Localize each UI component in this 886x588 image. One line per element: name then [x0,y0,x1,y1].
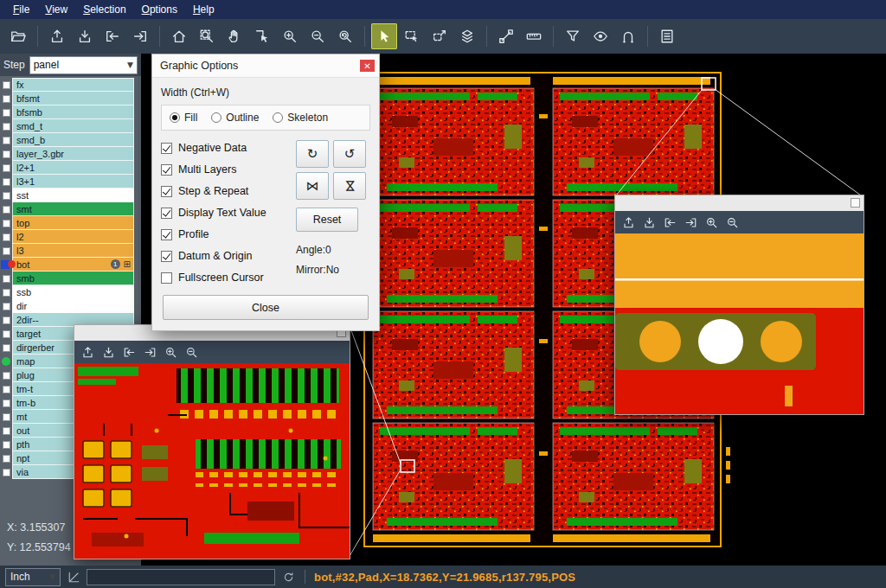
menu-file[interactable]: File [5,1,37,18]
layer-row-l2+1[interactable]: l2+1 [0,161,134,175]
layer-row-top[interactable]: top [0,216,134,230]
layer-visibility-checkbox[interactable] [0,465,12,479]
layer-visibility-checkbox[interactable] [0,105,12,119]
open-folder-button[interactable] [5,23,31,49]
command-input[interactable] [87,569,275,585]
layer-name-cell[interactable]: layer_3.gbr [12,147,134,161]
checkbox-datum-origin[interactable]: Datum & Origin [161,250,289,262]
layer-visibility-checkbox[interactable] [0,216,12,230]
loop-button[interactable] [615,23,641,49]
dialog-close-icon[interactable]: ✕ [360,60,375,72]
tray-right-button[interactable] [681,213,700,232]
tray-left-button[interactable] [100,23,125,49]
layer-visibility-checkbox[interactable] [0,119,12,133]
graphic-options-dialog[interactable]: Graphic Options ✕ Width (Ctrl+W) FillOut… [151,54,380,331]
menu-help[interactable]: Help [185,1,222,18]
tray-down-button[interactable] [72,23,98,49]
pointer-button[interactable] [371,23,397,49]
layer-name-cell[interactable]: smd_b [12,133,134,147]
shape-cursor-button[interactable] [249,23,275,49]
layer-visibility-checkbox[interactable] [0,424,12,438]
layer-name-cell[interactable]: fx [12,78,134,92]
layer-row-bot[interactable]: bot1⊞ [0,258,134,272]
layer-visibility-checkbox[interactable] [0,272,12,285]
dialog-title-bar[interactable]: Graphic Options ✕ [152,54,379,78]
layer-row-bfsmt[interactable]: bfsmt [0,92,134,105]
layer-row-l3+1[interactable]: l3+1 [0,175,134,189]
unit-combobox[interactable]: Inch ▼ [5,568,61,586]
layer-visibility-checkbox[interactable] [0,285,12,299]
layer-row-smt[interactable]: smt [0,202,134,216]
layer-name-cell[interactable]: l2+1 [12,161,134,175]
layer-name-cell[interactable]: bfsmb [12,105,134,119]
current-layer-indicator[interactable] [0,258,12,272]
layer-name-cell[interactable]: smd_t [12,119,134,133]
zoom-out-button[interactable] [305,23,331,49]
radio-skeleton[interactable]: Skeleton [273,112,328,124]
tray-down-button[interactable] [99,342,118,361]
layer-row-layer_3.gbr[interactable]: layer_3.gbr [0,147,134,161]
zoom-in-button[interactable] [702,213,721,232]
zoom-reset-button[interactable] [332,23,358,49]
ruler-button[interactable] [521,23,547,49]
transform-button[interactable] [427,23,453,49]
zoom-out-button[interactable] [182,342,201,361]
step-combobox[interactable]: panel ▼ [29,56,138,74]
layer-visibility-checkbox[interactable] [0,327,12,341]
zoom-in-button[interactable] [277,23,303,49]
layer-visibility-checkbox[interactable] [0,175,12,189]
eye-button[interactable] [587,23,613,49]
measure-button[interactable] [493,23,519,49]
layer-visibility-checkbox[interactable] [0,438,12,451]
layer-row-sst[interactable]: sst [0,189,134,202]
report-button[interactable] [654,23,680,49]
layer-visibility-checkbox[interactable] [0,189,12,202]
layer-row-smd_t[interactable]: smd_t [0,119,134,133]
checkbox-step-repeat[interactable]: Step & Repeat [161,185,289,197]
layer-row-ssb[interactable]: ssb [0,285,134,299]
checkbox-profile[interactable]: Profile [161,228,289,240]
layer-row-bfsmb[interactable]: bfsmb [0,105,134,119]
layer-visibility-checkbox[interactable] [0,341,12,355]
layer-name-cell[interactable]: bot1⊞ [12,258,134,272]
home-button[interactable] [166,23,192,49]
tray-left-button[interactable] [660,213,679,232]
layer-name-cell[interactable]: sst [12,189,134,202]
layer-visibility-checkbox[interactable] [0,313,12,327]
tray-left-button[interactable] [119,342,138,361]
layer-status-indicator[interactable] [0,355,12,368]
tray-up-button[interactable] [78,342,97,361]
layer-visibility-checkbox[interactable] [0,451,12,465]
layer-visibility-checkbox[interactable] [0,230,12,244]
layer-visibility-checkbox[interactable] [0,161,12,175]
radio-outline[interactable]: Outline [211,112,259,124]
layer-visibility-checkbox[interactable] [0,410,12,424]
layer-visibility-checkbox[interactable] [0,244,12,258]
angle-measure-icon[interactable] [66,569,81,585]
reset-button[interactable]: Reset [296,208,358,232]
checkbox-display-text-value[interactable]: Display Text Value [161,207,289,219]
popup-maximize-button[interactable] [851,198,860,208]
layer-name-cell[interactable]: dir [12,299,134,313]
mirror-vertical-button[interactable]: ⋈ [333,172,366,200]
layer-row-smd_b[interactable]: smd_b [0,133,134,147]
layer-visibility-checkbox[interactable] [0,382,12,396]
tray-right-button[interactable] [127,23,153,49]
radio-fill[interactable]: Fill [170,112,197,124]
zoom-popup-right[interactable] [614,195,864,415]
layer-row-fx[interactable]: fx [0,78,134,92]
layer-visibility-checkbox[interactable] [0,202,12,216]
menu-view[interactable]: View [37,1,75,18]
layer-name-cell[interactable]: l3+1 [12,175,134,189]
close-button[interactable]: Close [163,295,369,320]
layer-row-l2[interactable]: l2 [0,230,134,244]
layer-visibility-checkbox[interactable] [0,133,12,147]
layer-name-cell[interactable]: smt [12,202,134,216]
zoom-window-button[interactable] [194,23,220,49]
mirror-horizontal-button[interactable]: ⋈ [296,172,329,200]
menu-options[interactable]: Options [134,1,185,18]
layer-row-smb[interactable]: smb [0,272,134,285]
select-rect-button[interactable] [399,23,425,49]
checkbox-multi-layers[interactable]: Multi Layers [161,163,289,176]
layer-visibility-checkbox[interactable] [0,396,12,410]
